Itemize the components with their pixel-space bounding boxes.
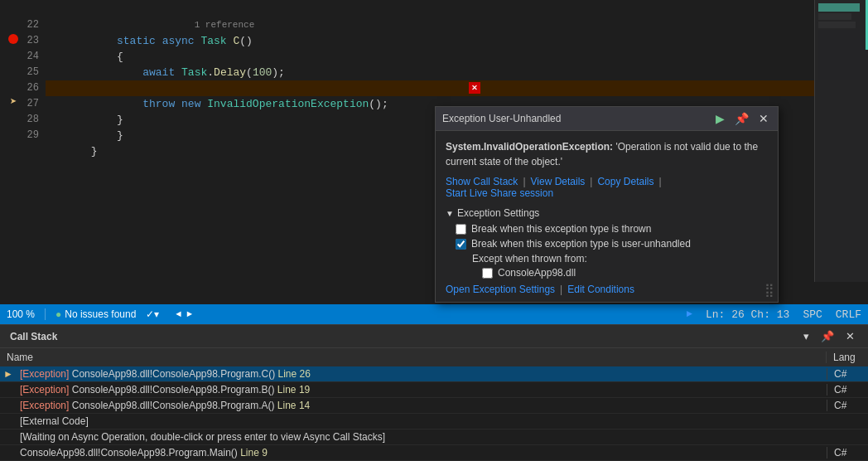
code-line-26: throw new InvalidOperationException(); ✕ (46, 80, 868, 96)
right-panel (814, 0, 868, 282)
checkbox-row-1: Break when this exception type is thrown (456, 223, 768, 235)
popup-header: Exception User-Unhandled ▶ 📌 ✕ (436, 107, 778, 131)
break-on-throw-checkbox[interactable] (456, 224, 466, 235)
panel-header: Call Stack ▾ 📌 ✕ (0, 325, 868, 348)
stack-row[interactable]: [Exception] ConsoleApp98.dll!ConsoleApp9… (0, 398, 868, 414)
current-line-arrow: ➤ (10, 95, 17, 110)
exception-settings: ▼ Exception Settings Break when this exc… (446, 207, 768, 295)
triangle-icon: ▼ (446, 209, 454, 218)
row-name: [Exception] ConsoleApp98.dll!ConsoleApp9… (17, 400, 827, 411)
stack-row[interactable]: [Waiting on Async Operation, double-clic… (0, 429, 868, 445)
status-right: ► Ln: 26 Ch: 13 SPC CRLF (687, 308, 861, 321)
line-ending-info[interactable]: CRLF (836, 308, 861, 321)
status-zoom[interactable]: 100 % (7, 308, 35, 320)
issues-text: No issues found (65, 308, 136, 320)
break-on-unhandled-checkbox[interactable] (456, 239, 466, 250)
break-on-throw-label: Break when this exception type is thrown (471, 223, 651, 235)
panel-pin-button[interactable]: 📌 (817, 328, 837, 344)
row-lang: C# (827, 400, 868, 411)
open-exception-settings-link[interactable]: Open Exception Settings (446, 284, 555, 295)
filter-icon: ✓▾ (146, 308, 159, 320)
table-header: Name Lang (0, 348, 868, 366)
row-name: [Waiting on Async Operation, double-clic… (17, 431, 827, 443)
stack-row[interactable]: ConsoleApp98.dll!ConsoleApp98.Program.Ma… (0, 445, 868, 461)
checkbox-row-2: Break when this exception type is user-u… (456, 238, 768, 250)
line-numbers: 22 23 24 25 26 27 28 29 (0, 0, 46, 282)
panel-close-button[interactable]: ✕ (842, 328, 858, 344)
row-name: [Exception] ConsoleApp98.dll!ConsoleApp9… (17, 384, 827, 395)
encoding-info[interactable]: SPC (803, 308, 822, 321)
status-issues[interactable]: ● No issues found (55, 308, 136, 320)
resize-handle[interactable]: ⣿ (764, 282, 774, 298)
view-details-link[interactable]: View Details (531, 176, 586, 187)
dll-row: ConsoleApp98.dll (482, 267, 768, 279)
show-call-stack-link[interactable]: Show Call Stack (446, 176, 518, 187)
code-reference: 1 reference (46, 2, 868, 17)
issues-checkmark: ● (55, 308, 61, 320)
exception-popup: Exception User-Unhandled ▶ 📌 ✕ System.In… (435, 106, 779, 303)
panel-title: Call Stack (10, 331, 57, 342)
zoom-level: 100 % (7, 308, 35, 320)
settings-title: Exception Settings (457, 207, 539, 219)
edit-conditions-link[interactable]: Edit Conditions (567, 284, 634, 295)
status-filter[interactable]: ✓▾ (146, 308, 159, 320)
copy-details-link[interactable]: Copy Details (597, 176, 653, 187)
col-header-lang: Lang (827, 352, 868, 363)
breakpoint-indicator (8, 34, 18, 44)
col-header-name: Name (0, 352, 827, 363)
line-col-info: Ln: 26 Ch: 13 (706, 308, 789, 321)
close-popup-button[interactable]: ✕ (756, 111, 771, 126)
stack-row[interactable]: [Exception] ConsoleApp98.dll!ConsoleApp9… (0, 382, 868, 398)
popup-body: System.InvalidOperationException: 'Opera… (436, 131, 778, 302)
row-lang: C# (827, 368, 868, 380)
start-live-share-link[interactable]: Start Live Share session (446, 187, 553, 199)
row-lang: C# (827, 384, 868, 395)
exception-message: System.InvalidOperationException: 'Opera… (446, 139, 768, 169)
popup-title: Exception User-Unhandled (442, 113, 561, 124)
call-stack-panel: Call Stack ▾ 📌 ✕ Name Lang ► [Exception]… (0, 324, 868, 461)
debug-arrow: ► (687, 308, 692, 320)
row-lang: C# (827, 447, 868, 459)
exception-type: System.InvalidOperationException: (446, 141, 613, 153)
break-on-unhandled-label: Break when this exception type is user-u… (471, 238, 691, 250)
pin-button[interactable]: 📌 (732, 111, 751, 126)
except-when-label: Except when thrown from: (472, 253, 768, 264)
panel-controls: ▾ 📌 ✕ (800, 328, 858, 344)
settings-header: ▼ Exception Settings (446, 207, 768, 219)
continue-button[interactable]: ▶ (713, 111, 727, 126)
row-name: ConsoleApp98.dll!ConsoleApp98.Program.Ma… (17, 447, 827, 459)
panel-down-button[interactable]: ▾ (800, 328, 813, 344)
status-bar: 100 % ● No issues found ✓▾ ◄ ► ► Ln: 26 … (0, 304, 868, 324)
stack-rows: ► [Exception] ConsoleApp98.dll!ConsoleAp… (0, 366, 868, 461)
popup-links: Show Call Stack | View Details | Copy De… (446, 176, 768, 199)
dll-label: ConsoleApp98.dll (498, 267, 576, 279)
popup-bottom-links: Open Exception Settings | Edit Condition… (446, 284, 768, 295)
row-name: [External Code] (17, 415, 827, 427)
stack-row[interactable]: ► [Exception] ConsoleApp98.dll!ConsoleAp… (0, 366, 868, 382)
stack-row[interactable]: [External Code] (0, 414, 868, 429)
nav-arrows[interactable]: ◄ ► (176, 309, 192, 319)
popup-controls: ▶ 📌 ✕ (713, 111, 771, 126)
code-line-24: await Task.Delay(100); (46, 49, 868, 65)
dll-checkbox[interactable] (482, 268, 493, 279)
exception-icon: ✕ (469, 82, 480, 94)
row-active-indicator: ► (0, 368, 17, 380)
row-name: [Exception] ConsoleApp98.dll!ConsoleApp9… (17, 368, 827, 380)
